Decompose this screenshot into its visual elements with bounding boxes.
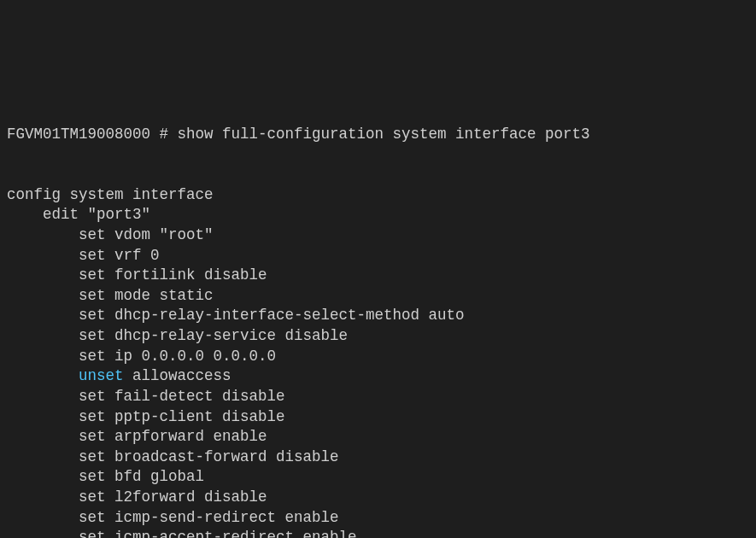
config-line: set fail-detect disable <box>7 387 749 407</box>
config-line: set bfd global <box>7 467 749 488</box>
config-line: set mode static <box>7 286 749 307</box>
config-text: allowaccess <box>124 367 231 384</box>
config-line: config system interface <box>7 185 749 206</box>
prompt-line: FGVM01TM19008000 # show full-configurati… <box>7 125 749 145</box>
config-line: set icmp-send-redirect enable <box>7 508 749 529</box>
config-line: set icmp-accept-redirect enable <box>7 528 749 538</box>
config-line: unset allowaccess <box>7 366 749 387</box>
entered-command: show full-configuration system interface… <box>178 126 590 143</box>
prompt-separator: # <box>150 126 178 143</box>
config-line: set pptp-client disable <box>7 407 749 428</box>
config-line: set l2forward disable <box>7 488 749 508</box>
config-line: set ip 0.0.0.0 0.0.0.0 <box>7 347 749 367</box>
unset-keyword: unset <box>79 367 124 384</box>
config-line: set dhcp-relay-interface-select-method a… <box>7 306 749 326</box>
hostname: FGVM01TM19008000 <box>7 126 150 143</box>
terminal-output: FGVM01TM19008000 # show full-configurati… <box>7 85 749 539</box>
config-output: config system interfaceedit "port3"set v… <box>7 185 749 538</box>
config-line: set arpforward enable <box>7 427 749 447</box>
config-line: edit "port3" <box>7 205 749 225</box>
config-line: set dhcp-relay-service disable <box>7 326 749 347</box>
config-line: set fortilink disable <box>7 266 749 286</box>
config-line: set vrf 0 <box>7 246 749 266</box>
config-line: set vdom "root" <box>7 225 749 246</box>
config-line: set broadcast-forward disable <box>7 447 749 468</box>
